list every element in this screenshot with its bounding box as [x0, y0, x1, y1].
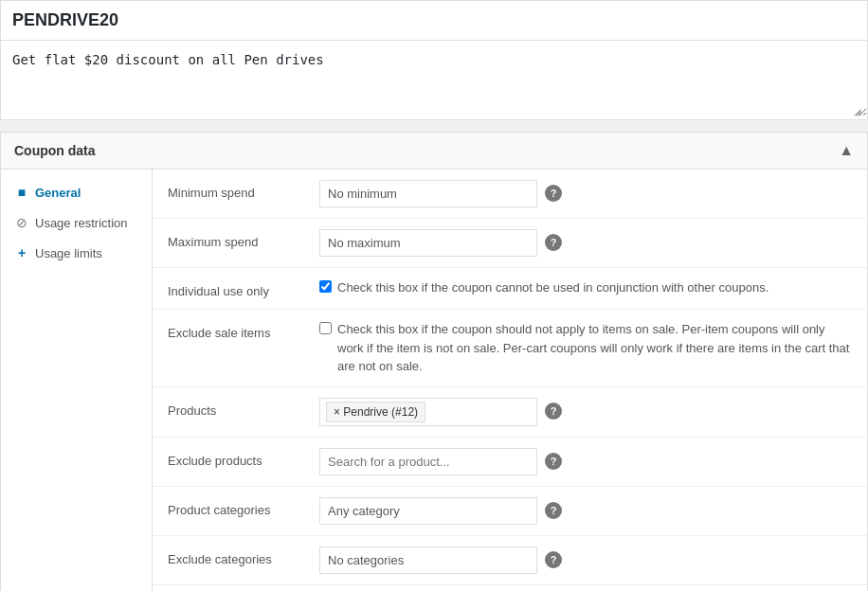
- form-row-individual-use: Individual use only Check this box if th…: [153, 268, 867, 310]
- products-field-container[interactable]: × Pendrive (#12): [319, 398, 537, 426]
- description-textarea[interactable]: Get flat $20 discount on all Pen drives: [1, 41, 867, 116]
- panel-collapse-icon[interactable]: ▲: [839, 142, 854, 159]
- panel-title: Coupon data: [14, 143, 96, 158]
- form-row-product-categories: Product categories ?: [153, 487, 867, 536]
- sidebar-label-usage-limits: Usage limits: [35, 246, 102, 260]
- sidebar-item-usage-limits[interactable]: + Usage limits: [1, 238, 152, 268]
- label-exclude-sale: Exclude sale items: [168, 320, 319, 340]
- sidebar-item-general[interactable]: ■ General: [1, 177, 152, 207]
- form-row-exclude-categories: Exclude categories ?: [153, 536, 867, 585]
- form-row-email-restrictions: Email restrictions ?: [153, 585, 867, 592]
- input-product-categories[interactable]: [319, 497, 537, 525]
- usage-restriction-icon: ⊘: [14, 215, 29, 230]
- field-products: × Pendrive (#12) ?: [319, 398, 852, 426]
- sidebar-label-general: General: [35, 186, 81, 200]
- label-individual-use: Individual use only: [168, 278, 319, 298]
- main-content: Minimum spend ? Maximum spend ?: [153, 170, 867, 591]
- checkbox-individual-use[interactable]: [319, 280, 332, 293]
- help-product-categories[interactable]: ?: [545, 502, 562, 519]
- label-maximum-spend: Maximum spend: [168, 229, 319, 249]
- form-row-maximum-spend: Maximum spend ?: [153, 219, 867, 268]
- help-exclude-categories[interactable]: ?: [545, 551, 562, 568]
- field-maximum-spend: ?: [319, 229, 852, 257]
- input-minimum-spend[interactable]: [319, 180, 537, 207]
- help-products[interactable]: ?: [545, 403, 562, 420]
- field-minimum-spend: ?: [319, 180, 852, 207]
- input-maximum-spend[interactable]: [319, 229, 537, 257]
- help-minimum-spend[interactable]: ?: [545, 185, 562, 202]
- field-exclude-sale: Check this box if the coupon should not …: [319, 320, 852, 376]
- exclude-sale-checkbox-label[interactable]: Check this box if the coupon should not …: [319, 320, 852, 376]
- description-section: Get flat $20 discount on all Pen drives …: [0, 41, 868, 120]
- usage-limits-icon: +: [14, 245, 29, 260]
- product-tag: × Pendrive (#12): [326, 402, 425, 422]
- individual-use-checkbox-label[interactable]: Check this box if the coupon cannot be u…: [319, 278, 769, 297]
- field-individual-use: Check this box if the coupon cannot be u…: [319, 278, 852, 297]
- form-row-exclude-products: Exclude products ?: [153, 438, 867, 487]
- label-product-categories: Product categories: [168, 497, 319, 517]
- panel-header[interactable]: Coupon data ▲: [1, 133, 867, 170]
- field-product-categories: ?: [319, 497, 852, 525]
- field-exclude-categories: ?: [319, 546, 852, 574]
- label-exclude-categories: Exclude categories: [168, 546, 319, 566]
- checkbox-exclude-sale[interactable]: [319, 322, 332, 334]
- sidebar-item-usage-restriction[interactable]: ⊘ Usage restriction: [1, 207, 152, 238]
- form-row-minimum-spend: Minimum spend ?: [153, 170, 867, 219]
- label-products: Products: [168, 398, 319, 418]
- help-maximum-spend[interactable]: ?: [545, 234, 562, 251]
- sidebar-nav: ■ General ⊘ Usage restriction + Usage li…: [1, 170, 153, 591]
- input-exclude-products[interactable]: [319, 448, 537, 475]
- coupon-code-input[interactable]: [1, 1, 867, 40]
- form-row-exclude-sale: Exclude sale items Check this box if the…: [153, 310, 867, 387]
- coupon-code-section: [0, 0, 868, 41]
- help-exclude-products[interactable]: ?: [545, 453, 562, 470]
- exclude-sale-text: Check this box if the coupon should not …: [337, 320, 852, 376]
- product-tag-label: × Pendrive (#12): [334, 405, 418, 419]
- page-wrapper: Get flat $20 discount on all Pen drives …: [0, 0, 868, 591]
- field-exclude-products: ?: [319, 448, 852, 475]
- panel-body: ■ General ⊘ Usage restriction + Usage li…: [1, 170, 867, 591]
- coupon-data-panel: Coupon data ▲ ■ General ⊘ Usage restrict…: [0, 132, 868, 591]
- sidebar-label-usage-restriction: Usage restriction: [35, 216, 128, 230]
- resize-handle: ◢: [854, 106, 865, 117]
- general-icon: ■: [14, 185, 29, 200]
- individual-use-text: Check this box if the coupon cannot be u…: [337, 278, 769, 297]
- input-exclude-categories[interactable]: [319, 546, 537, 574]
- form-row-products: Products × Pendrive (#12) ?: [153, 387, 867, 438]
- label-minimum-spend: Minimum spend: [168, 180, 319, 200]
- label-exclude-products: Exclude products: [168, 448, 319, 468]
